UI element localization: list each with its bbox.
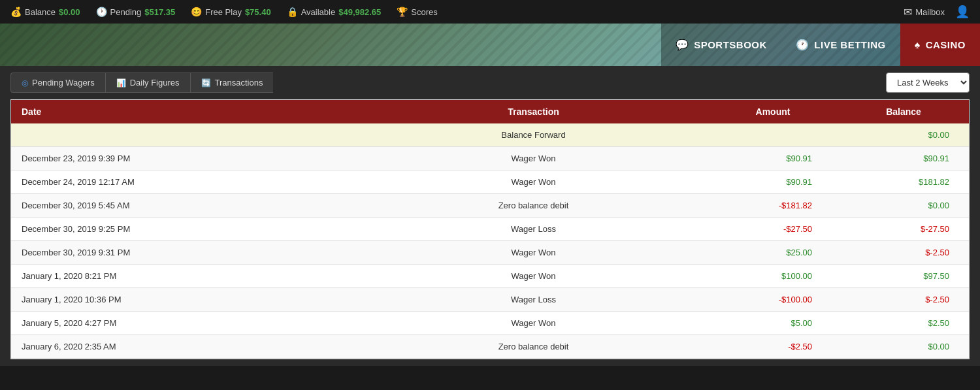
table-body: Balance Forward$0.00December 23, 2019 9:… <box>11 123 969 359</box>
table-header: Date Transaction Amount Balance <box>11 100 969 123</box>
table-row: December 23, 2019 9:39 PMWager Won$90.91… <box>11 147 969 171</box>
col-amount: Amount <box>708 100 838 123</box>
sportsbook-icon: 💬 <box>676 39 689 51</box>
transactions-table: Date Transaction Amount Balance Balance … <box>10 99 970 359</box>
cell-date: December 23, 2019 9:39 PM <box>11 147 359 170</box>
table-row: December 30, 2019 9:25 PMWager Loss-$27.… <box>11 218 969 241</box>
cell-date <box>11 123 359 146</box>
table-row: December 30, 2019 9:31 PMWager Won$25.00… <box>11 241 969 265</box>
table-row: December 24, 2019 12:17 AMWager Won$90.9… <box>11 171 969 194</box>
cell-transaction: Wager Won <box>359 241 708 264</box>
pending-icon: 🕐 <box>96 7 107 17</box>
cell-balance: $2.50 <box>838 312 969 334</box>
cell-amount: $25.00 <box>708 241 838 264</box>
cell-balance: $-2.50 <box>838 241 969 264</box>
cell-amount: $5.00 <box>708 312 838 334</box>
top-bar-right: ✉ Mailbox 👤 <box>904 5 970 19</box>
available-label: Available <box>301 7 336 17</box>
table-row: Balance Forward$0.00 <box>11 123 969 147</box>
scores-item[interactable]: 🏆 Scores <box>397 7 437 17</box>
transactions-icon: 🔄 <box>201 78 211 88</box>
col-balance: Balance <box>838 100 969 123</box>
cell-date: January 1, 2020 10:36 PM <box>11 288 359 311</box>
scores-icon: 🏆 <box>397 7 408 17</box>
balance-label: Balance <box>25 7 56 17</box>
mailbox-icon: ✉ <box>904 6 912 18</box>
livebetting-label: LIVE BETTING <box>814 39 885 50</box>
livebetting-tab[interactable]: 🕐 LIVE BETTING <box>781 24 900 66</box>
table-row: December 30, 2019 5:45 AMZero balance de… <box>11 194 969 218</box>
mailbox-label: Mailbox <box>915 7 945 17</box>
cell-balance: $181.82 <box>838 171 969 193</box>
cell-amount: $90.91 <box>708 147 838 170</box>
cell-amount <box>708 123 838 146</box>
date-filter[interactable]: Last 2 WeeksLast WeekLast MonthLast 3 Mo… <box>886 73 970 93</box>
date-filter-select[interactable]: Last 2 WeeksLast WeekLast MonthLast 3 Mo… <box>886 73 970 93</box>
table-row: January 1, 2020 10:36 PMWager Loss-$100.… <box>11 288 969 312</box>
balance-icon: 💰 <box>10 7 22 17</box>
nav-tabs: 💬 SPORTSBOOK 🕐 LIVE BETTING ♠ CASINO <box>661 24 980 66</box>
cell-amount: -$27.50 <box>708 218 838 240</box>
transactions-tab[interactable]: 🔄 Transactions <box>190 73 274 93</box>
cell-transaction: Wager Won <box>359 171 708 193</box>
sportsbook-tab[interactable]: 💬 SPORTSBOOK <box>661 24 781 66</box>
cell-date: December 30, 2019 5:45 AM <box>11 194 359 217</box>
balance-item: 💰 Balance $0.00 <box>10 7 80 17</box>
cell-balance: $97.50 <box>838 265 969 287</box>
cell-transaction: Wager Loss <box>359 288 708 311</box>
cell-date: December 30, 2019 9:31 PM <box>11 241 359 264</box>
table-row: January 1, 2020 8:21 PMWager Won$100.00$… <box>11 265 969 288</box>
hero-banner: 💬 SPORTSBOOK 🕐 LIVE BETTING ♠ CASINO <box>0 24 980 66</box>
cell-balance: $0.00 <box>838 194 969 217</box>
daily-figures-tab[interactable]: 📊 Daily Figures <box>105 73 190 93</box>
available-item: 🔒 Available $49,982.65 <box>287 7 382 17</box>
cell-transaction: Zero balance debit <box>359 194 708 217</box>
sportsbook-label: SPORTSBOOK <box>694 39 767 50</box>
cell-balance: $-27.50 <box>838 218 969 240</box>
cell-balance: $90.91 <box>838 147 969 170</box>
casino-label: CASINO <box>926 39 966 50</box>
col-transaction: Transaction <box>359 100 708 123</box>
table-row: January 5, 2020 4:27 PMWager Won$5.00$2.… <box>11 312 969 335</box>
col-date: Date <box>11 100 359 123</box>
cell-transaction: Balance Forward <box>359 123 708 146</box>
cell-transaction: Wager Loss <box>359 218 708 240</box>
transactions-label: Transactions <box>215 78 263 88</box>
cell-date: January 1, 2020 8:21 PM <box>11 265 359 287</box>
cell-balance: $0.00 <box>838 335 969 358</box>
cell-amount: -$2.50 <box>708 335 838 358</box>
cell-transaction: Wager Won <box>359 265 708 287</box>
available-value: $49,982.65 <box>338 7 381 17</box>
cell-amount: -$100.00 <box>708 288 838 311</box>
cell-date: January 6, 2020 2:35 AM <box>11 335 359 358</box>
cell-amount: $100.00 <box>708 265 838 287</box>
pending-label: Pending <box>110 7 142 17</box>
cell-balance: $0.00 <box>838 123 969 146</box>
pending-wagers-icon: ◎ <box>22 78 28 88</box>
freeplay-label: Free Play <box>205 7 242 17</box>
balance-value: $0.00 <box>59 7 80 17</box>
casino-tab[interactable]: ♠ CASINO <box>900 24 980 66</box>
cell-transaction: Wager Won <box>359 147 708 170</box>
cell-date: December 30, 2019 9:25 PM <box>11 218 359 240</box>
top-bar: 💰 Balance $0.00 🕐 Pending $517.35 😊 Free… <box>0 0 980 24</box>
cell-balance: $-2.50 <box>838 288 969 311</box>
pending-wagers-tab[interactable]: ◎ Pending Wagers <box>10 73 105 93</box>
mailbox-item[interactable]: ✉ Mailbox <box>904 6 945 18</box>
table-row: January 6, 2020 2:35 AMZero balance debi… <box>11 335 969 359</box>
freeplay-icon: 😊 <box>191 7 202 17</box>
scores-label: Scores <box>411 7 437 17</box>
freeplay-value: $75.40 <box>245 7 271 17</box>
cell-amount: $90.91 <box>708 171 838 193</box>
pending-value: $517.35 <box>144 7 175 17</box>
cell-date: December 24, 2019 12:17 AM <box>11 171 359 193</box>
cell-date: January 5, 2020 4:27 PM <box>11 312 359 334</box>
available-icon: 🔒 <box>287 7 298 17</box>
tabs-row: ◎ Pending Wagers 📊 Daily Figures 🔄 Trans… <box>10 73 970 93</box>
livebetting-icon: 🕐 <box>796 39 809 51</box>
daily-figures-icon: 📊 <box>116 78 126 88</box>
user-icon[interactable]: 👤 <box>955 5 970 19</box>
pending-item: 🕐 Pending $517.35 <box>96 7 176 17</box>
cell-amount: -$181.82 <box>708 194 838 217</box>
casino-icon: ♠ <box>915 39 921 51</box>
